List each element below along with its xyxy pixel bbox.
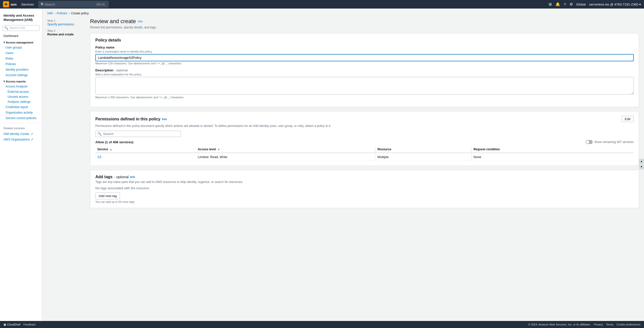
col-service[interactable]: Service ▲ — [95, 146, 196, 153]
sort-access-icon: ▼ — [218, 148, 220, 151]
sidebar: Identity and Access Management (IAM) 🔍 D… — [0, 9, 42, 321]
sidebar-item-dashboard[interactable]: Dashboard — [0, 33, 42, 39]
aws-logo[interactable]: aws — [3, 1, 17, 7]
sidebar-section-access-reports[interactable]: ▾ Access reports — [0, 78, 42, 84]
privacy-link[interactable]: Privacy — [594, 323, 603, 326]
no-tags-label: No tags associated with the resource. — [95, 186, 634, 190]
cookie-link[interactable]: Cookie preferences — [617, 323, 640, 326]
policy-details-title: Policy details — [95, 38, 634, 42]
col-access-level[interactable]: Access level ▼ — [196, 146, 375, 153]
sidebar-item-account-settings[interactable]: Account settings — [0, 72, 42, 78]
main-content: IAM › Policies › Create policy Step 1 Sp… — [42, 9, 644, 321]
allow-title: Allow (1 of 408 services) — [95, 140, 133, 144]
region-selector[interactable]: Global — [576, 3, 586, 6]
search-shortcut: [Alt+S] — [96, 3, 105, 6]
sidebar-divider — [0, 123, 42, 123]
sidebar-section-access-management[interactable]: ▾ Access management — [0, 39, 42, 45]
copyright: © 2024, Amazon Web Services, Inc. or its… — [528, 323, 591, 326]
col-resource[interactable]: Resource — [375, 146, 471, 153]
sidebar-item-service-control[interactable]: Service control policies — [0, 115, 42, 121]
app-layout: Identity and Access Management (IAM) 🔍 D… — [0, 9, 644, 321]
policy-desc-group: Description - optional Add a short expla… — [95, 68, 634, 99]
toggle-label: Show remaining 407 services — [594, 140, 634, 144]
breadcrumb-policies[interactable]: Policies — [57, 12, 67, 15]
sidebar-item-policies[interactable]: Policies — [0, 61, 42, 67]
page-subtitle: Review the permissions, specify details,… — [90, 26, 639, 29]
breadcrumb-iam[interactable]: IAM — [47, 12, 53, 15]
scroll-down-icon[interactable]: ▼ — [639, 164, 644, 169]
sidebar-item-external-access[interactable]: External access — [0, 89, 42, 94]
scroll-up-icon[interactable]: ▲ — [639, 159, 644, 164]
bell-icon[interactable]: 🔔 — [555, 2, 560, 7]
permissions-desc: Permissions defined in this policy docum… — [95, 124, 634, 128]
table-cell-condition: None — [471, 153, 634, 161]
settings-icon[interactable]: ⚙ — [570, 2, 573, 7]
sidebar-item-credential-report[interactable]: Credential report — [0, 104, 42, 110]
permissions-search-bar[interactable]: 🔍 — [95, 131, 181, 137]
breadcrumb: IAM › Policies › Create policy — [47, 12, 639, 15]
breadcrumb-sep-2: › — [69, 12, 70, 15]
add-tag-hint: You can add up to 50 more tags. — [95, 200, 634, 203]
cloudshell-button[interactable]: ▣ CloudShell — [4, 323, 20, 326]
external-link-icon: ↗ — [30, 132, 33, 136]
chevron-icon-2: ▾ — [4, 80, 5, 83]
global-search[interactable]: 🔍 [Alt+S] — [38, 1, 109, 8]
sidebar-item-user-groups[interactable]: User groups — [0, 45, 42, 50]
s3-link[interactable]: S3 — [97, 155, 101, 159]
page-title: Review and create Info — [90, 18, 639, 25]
policy-name-input[interactable] — [95, 54, 634, 61]
tags-optional: - optional — [114, 175, 129, 179]
sidebar-item-roles[interactable]: Roles — [0, 56, 42, 61]
sidebar-item-aws-organizations[interactable]: AWS Organizations ↗ — [0, 137, 42, 142]
breadcrumb-sep-1: › — [54, 12, 55, 15]
global-search-input[interactable] — [45, 3, 95, 6]
sidebar-item-iam-identity-center[interactable]: IAM Identity Center ↗ — [0, 131, 42, 137]
permissions-title: Permissions defined in this policy Info — [95, 117, 167, 121]
tags-desc: Tags are key-value pairs that you can ad… — [95, 180, 634, 184]
policy-name-group: Policy name Enter a meaningful name to i… — [95, 45, 634, 65]
permissions-search-input[interactable] — [103, 132, 179, 136]
table-cell-access: Limited: Read, Write — [196, 153, 375, 161]
sidebar-search-input[interactable] — [9, 26, 38, 30]
sidebar-search-box[interactable]: 🔍 — [3, 25, 39, 31]
step1-link[interactable]: Specify permissions — [47, 23, 85, 26]
permissions-info-link[interactable]: Info — [162, 118, 167, 121]
steps-sidebar: Step 1 Specify permissions Step 2 Review… — [47, 18, 85, 212]
policy-name-max: Maximum 128 characters. Use alphanumeric… — [95, 62, 634, 65]
top-navbar: aws Services 🔍 [Alt+S] ⊞ 🔔 ? ⚙ Global se… — [0, 0, 644, 9]
breadcrumb-current: Create policy — [71, 12, 89, 15]
svg-rect-0 — [4, 4, 5, 5]
sidebar-item-identity-providers[interactable]: Identity providers — [0, 67, 42, 72]
sidebar-item-unused-access[interactable]: Unused access — [0, 94, 42, 99]
terms-link[interactable]: Terms — [606, 323, 614, 326]
bottom-right: © 2024, Amazon Web Services, Inc. or its… — [528, 323, 640, 326]
sidebar-item-access-analyzer[interactable]: Access Analyzer — [0, 84, 42, 89]
policy-name-hint: Enter a meaningful name to identify this… — [95, 50, 634, 53]
policy-name-label: Policy name — [95, 45, 634, 49]
policy-desc-max: Maximum 1,000 characters. Use alphanumer… — [95, 96, 634, 99]
table-cell-resource: Multiple — [375, 153, 471, 161]
tags-card: Add tags - optional Info Tags are key-va… — [90, 170, 639, 208]
sidebar-item-users[interactable]: Users — [0, 50, 42, 56]
sidebar-item-org-activity[interactable]: Organization activity — [0, 110, 42, 115]
help-icon[interactable]: ? — [564, 2, 566, 7]
chevron-icon: ▾ — [4, 41, 5, 44]
right-icons: ▲ ▼ — [639, 159, 644, 169]
policy-desc-hint: Add a short explanation for this policy. — [95, 73, 634, 76]
search-icon: 🔍 — [41, 3, 45, 6]
tags-info-link[interactable]: Info — [130, 175, 135, 178]
sidebar-item-analyzer-settings[interactable]: Analyzer settings — [0, 99, 42, 104]
permissions-card: Permissions defined in this policy Info … — [90, 111, 639, 166]
edit-button[interactable]: Edit — [622, 116, 634, 122]
show-remaining-toggle[interactable] — [586, 140, 593, 144]
add-tag-button[interactable]: Add new tag — [95, 193, 120, 199]
col-request-condition[interactable]: Request condition — [471, 146, 634, 153]
apps-icon[interactable]: ⊞ — [549, 2, 552, 7]
policy-desc-textarea[interactable] — [95, 77, 634, 95]
feedback-button[interactable]: Feedback — [23, 323, 35, 326]
page-info-link[interactable]: Info — [138, 20, 142, 23]
user-menu[interactable]: serverless-ws @ 4783-7191-2360 ▾ — [589, 3, 641, 6]
sort-service-icon: ▲ — [110, 148, 112, 151]
permissions-search-icon: 🔍 — [98, 132, 102, 136]
services-nav[interactable]: Services — [19, 2, 36, 7]
